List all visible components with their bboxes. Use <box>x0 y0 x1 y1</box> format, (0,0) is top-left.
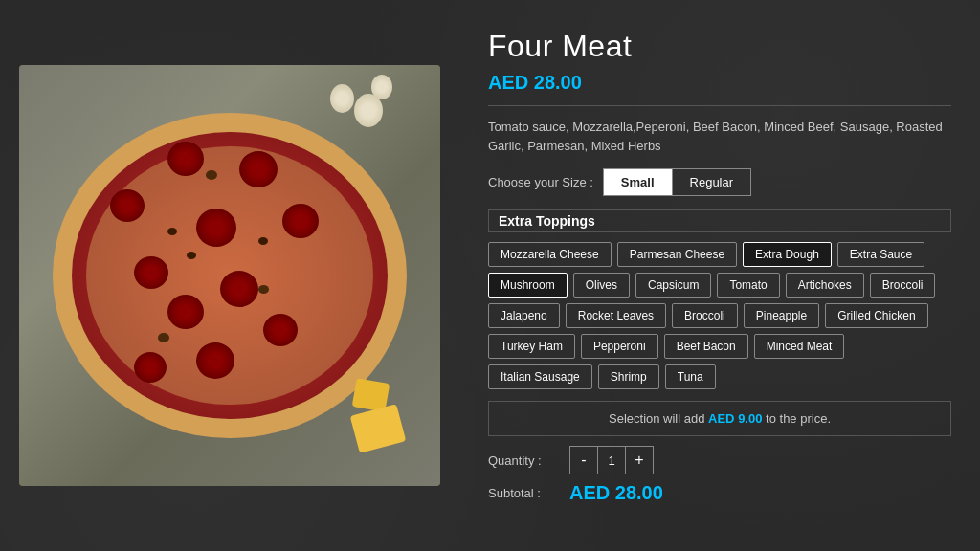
topping-extra-sauce[interactable]: Extra Sauce <box>837 242 924 267</box>
topping-mozzarella-cheese[interactable]: Mozzarella Cheese <box>488 242 612 267</box>
quantity-value: 1 <box>597 447 626 474</box>
size-label: Choose your Size : <box>488 175 593 189</box>
quantity-controls: - 1 + <box>569 446 654 474</box>
size-regular-button[interactable]: Regular <box>672 168 752 196</box>
divider <box>488 105 951 106</box>
product-description: Tomato sauce, Mozzarella,Peperoni, Beef … <box>488 118 951 155</box>
subtotal-value: AED 28.00 <box>569 482 663 504</box>
topping-olives[interactable]: Olives <box>573 273 630 298</box>
topping-extra-dough[interactable]: Extra Dough <box>743 242 832 267</box>
size-small-button[interactable]: Small <box>603 168 672 196</box>
topping-turkey-ham[interactable]: Turkey Ham <box>488 334 575 359</box>
topping-shrimp[interactable]: Shrimp <box>598 364 659 389</box>
topping-tuna[interactable]: Tuna <box>665 364 716 389</box>
selection-banner: Selection will add AED 9.00 to the price… <box>488 401 951 436</box>
selection-prefix: Selection will add <box>609 411 708 426</box>
toppings-grid: Mozzarella Cheese Parmesan Cheese Extra … <box>488 242 951 389</box>
selection-currency: AED <box>708 411 734 426</box>
topping-artichokes[interactable]: Artichokes <box>786 273 864 298</box>
topping-capsicum[interactable]: Capsicum <box>635 273 711 298</box>
subtotal-label: Subtotal : <box>488 486 555 500</box>
topping-mushroom[interactable]: Mushroom <box>488 273 568 298</box>
topping-italian-sausage[interactable]: Italian Sausage <box>488 364 592 389</box>
topping-grilled-chicken[interactable]: Grilled Chicken <box>825 303 927 328</box>
subtotal-row: Subtotal : AED 28.00 <box>488 482 951 504</box>
topping-jalapeno[interactable]: Jalapeno <box>488 303 560 328</box>
selection-amount: 9.00 <box>738 411 762 426</box>
selection-suffix: to the price. <box>762 411 831 426</box>
topping-broccoli[interactable]: Broccoli <box>870 273 936 298</box>
quantity-row: Quantity : - 1 + <box>488 446 951 474</box>
topping-pepperoni[interactable]: Pepperoni <box>581 334 658 359</box>
topping-minced-meat[interactable]: Minced Meat <box>754 334 845 359</box>
topping-broccoli2[interactable]: Broccoli <box>672 303 738 328</box>
quantity-plus-button[interactable]: + <box>626 447 653 474</box>
extra-toppings-label: Extra Toppings <box>488 209 951 232</box>
topping-tomato[interactable]: Tomato <box>717 273 779 298</box>
info-section: Four Meat AED 28.00 Tomato sauce, Mozzar… <box>459 0 980 551</box>
quantity-label: Quantity : <box>488 453 555 468</box>
topping-rocket-leaves[interactable]: Rocket Leaves <box>566 303 666 328</box>
topping-pineapple[interactable]: Pineapple <box>744 303 819 328</box>
topping-parmesan-cheese[interactable]: Parmesan Cheese <box>617 242 737 267</box>
image-section <box>0 0 459 551</box>
product-title: Four Meat <box>488 29 951 64</box>
quantity-minus-button[interactable]: - <box>570 447 597 474</box>
topping-beef-bacon[interactable]: Beef Bacon <box>664 334 748 359</box>
size-row: Choose your Size : Small Regular <box>488 168 951 196</box>
size-buttons: Small Regular <box>603 168 751 196</box>
pizza-image <box>19 65 440 486</box>
product-price: AED 28.00 <box>488 72 951 94</box>
page-container: Four Meat AED 28.00 Tomato sauce, Mozzar… <box>0 0 980 551</box>
